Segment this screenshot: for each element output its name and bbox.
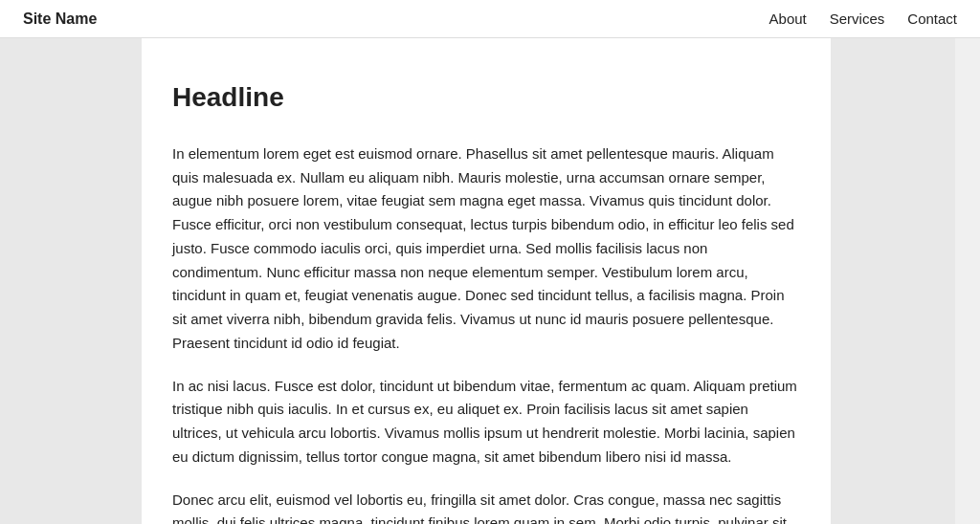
nav-services[interactable]: Services xyxy=(830,8,885,31)
nav-about[interactable]: About xyxy=(769,8,807,31)
main-nav: About Services Contact xyxy=(769,8,957,31)
site-name: Site Name xyxy=(23,7,97,32)
main-content: Headline In elementum lorem eget est eui… xyxy=(142,38,831,524)
paragraph-1: In elementum lorem eget est euismod orna… xyxy=(172,142,800,356)
nav-contact[interactable]: Contact xyxy=(907,8,957,31)
sidebar-right xyxy=(831,38,955,524)
page-headline: Headline xyxy=(172,76,800,120)
site-header: Site Name About Services Contact xyxy=(0,0,980,38)
page-layout: Headline In elementum lorem eget est eui… xyxy=(0,38,980,524)
sidebar-left xyxy=(0,38,142,524)
paragraph-2: In ac nisi lacus. Fusce est dolor, tinci… xyxy=(172,375,800,469)
paragraph-3: Donec arcu elit, euismod vel lobortis eu… xyxy=(172,489,800,524)
